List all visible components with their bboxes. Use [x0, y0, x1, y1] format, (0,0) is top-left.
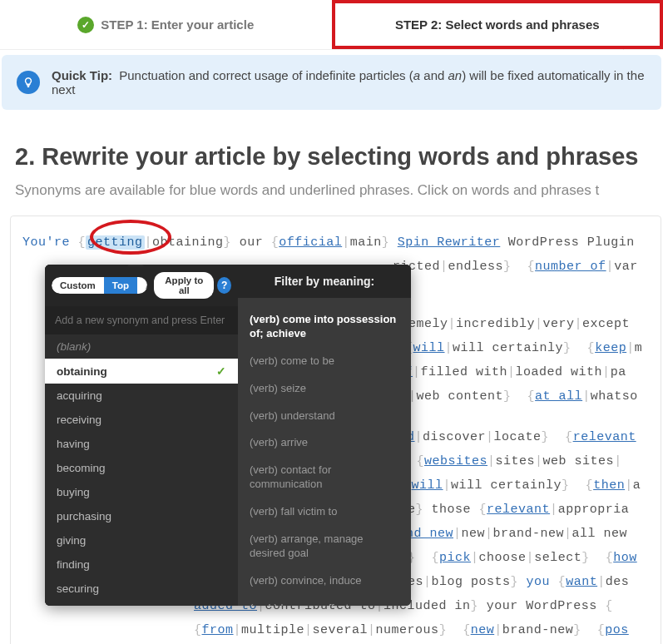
filter-top-button[interactable]: Top — [104, 277, 137, 294]
synonym-list[interactable]: (blank)obtaining✓acquiringreceivinghavin… — [45, 334, 238, 606]
check-icon: ✓ — [216, 364, 226, 378]
synonym-item[interactable]: acquiring — [45, 384, 238, 408]
meaning-item[interactable]: (verb) fall victim to — [250, 498, 399, 526]
tip-bold: Quick Tip: — [52, 68, 112, 82]
page-title: 2. Rewrite your article by selecting wor… — [15, 143, 663, 171]
meaning-item[interactable]: (verb) contact for communication — [250, 457, 399, 498]
step-2[interactable]: STEP 2: Select words and phrases — [332, 0, 664, 49]
meaning-item[interactable]: (verb) arrive — [250, 429, 399, 457]
synonym-item[interactable]: buying — [45, 480, 238, 504]
add-synonym-input[interactable] — [45, 306, 238, 334]
filter-all-button[interactable]: All — [137, 277, 147, 294]
quick-tip: Quick Tip: Punctuation and correct usage… — [2, 55, 661, 110]
filter-custom-button[interactable]: Custom — [52, 277, 104, 294]
check-icon: ✓ — [77, 17, 94, 33]
apply-to-all-button[interactable]: Apply to all — [154, 272, 214, 299]
synonym-item[interactable]: purchasing — [45, 504, 238, 528]
synonym-item[interactable]: securing — [45, 577, 238, 601]
step-1[interactable]: ✓ STEP 1: Enter your article — [0, 0, 332, 49]
page-subtitle: Synonyms are available for blue words an… — [15, 182, 663, 199]
synonym-item[interactable]: obtaining✓ — [45, 359, 238, 384]
meaning-item[interactable]: (verb) come into possession of; achieve — [250, 306, 399, 348]
filter-meaning-header: Filter by meaning: — [238, 265, 411, 298]
help-icon[interactable]: ? — [217, 277, 231, 294]
synonym-item[interactable]: becoming — [45, 456, 238, 480]
meaning-item[interactable]: (verb) come to be — [250, 348, 399, 375]
meaning-item[interactable]: (verb) convince, induce — [250, 567, 399, 595]
meaning-list[interactable]: (verb) come into possession of; achieve(… — [238, 298, 411, 606]
synonym-item[interactable]: receiving — [45, 408, 238, 432]
synonym-popup: Custom Top All Apply to all ? (blank)obt… — [45, 265, 411, 606]
synonym-item[interactable]: having — [45, 432, 238, 456]
synonym-item[interactable]: attaining — [45, 601, 238, 606]
synonym-item[interactable]: (blank) — [45, 334, 238, 359]
synonym-item[interactable]: giving — [45, 528, 238, 552]
popup-toolbar: Custom Top All Apply to all ? — [45, 265, 238, 306]
meaning-item[interactable]: (verb) seize — [250, 375, 399, 403]
meaning-item[interactable]: (verb) arrange, manage desired goal — [250, 526, 399, 567]
lightbulb-icon — [17, 71, 40, 94]
step-2-label: STEP 2: Select words and phrases — [395, 17, 600, 32]
step-1-label: STEP 1: Enter your article — [101, 17, 254, 32]
steps-nav: ✓ STEP 1: Enter your article STEP 2: Sel… — [0, 0, 663, 50]
meaning-item[interactable]: (verb) understand — [250, 403, 399, 430]
synonym-item[interactable]: finding — [45, 552, 238, 577]
meaning-item[interactable]: (verb) have an effect on — [250, 595, 399, 606]
